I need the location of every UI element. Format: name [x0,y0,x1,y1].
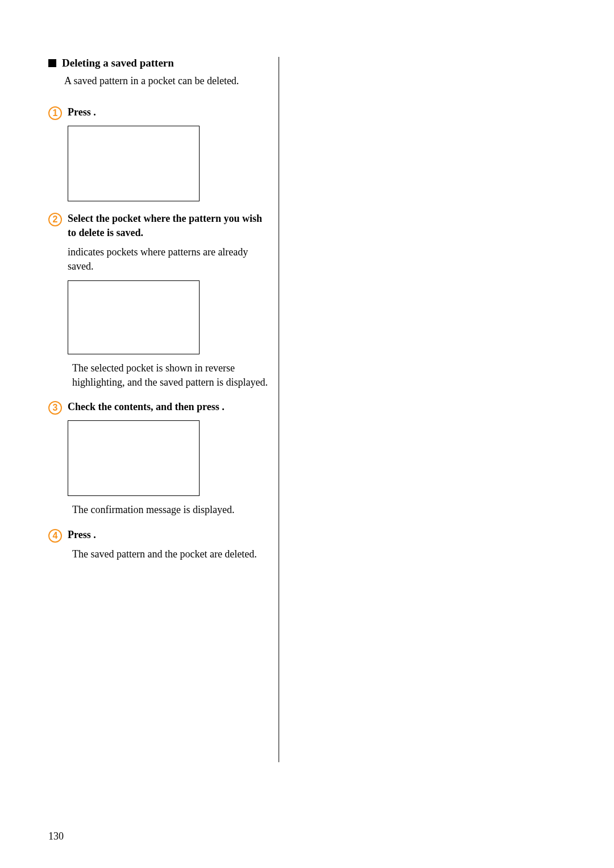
right-column [285,57,574,845]
step-1-content: Press . [68,105,270,119]
step-2-block: 2 Select the pocket where the pattern yo… [48,212,270,390]
content-wrapper: Deleting a saved pattern A saved pattern… [48,57,574,845]
step-3-result-text: The confirmation message is displayed. [72,503,234,517]
step-3-result: The confirmation message is displayed. [68,503,270,517]
step-2-result-text: The selected pocket is shown in reverse … [72,361,270,390]
step-1-title: Press . [68,105,270,119]
step-2-title: Select the pocket where the pattern you … [68,212,270,240]
step-number-1: 1 [53,108,58,118]
step-2-image-placeholder [68,280,200,354]
section-header: Deleting a saved pattern [48,57,270,69]
step-number-3: 3 [53,403,58,413]
step-number-4: 4 [53,531,58,541]
step-3-block: 3 Check the contents, and then press . T… [48,400,270,517]
step-1: 1 Press . [48,105,270,120]
step-2-note: indicates pockets where patterns are alr… [68,245,270,274]
section-description: A saved pattern in a pocket can be delet… [64,74,270,88]
step-4-content: Press . [68,528,270,542]
step-number-badge: 1 [48,106,62,120]
step-2-result: The selected pocket is shown in reverse … [68,361,270,390]
step-3-content: Check the contents, and then press . [68,400,270,414]
left-column: Deleting a saved pattern A saved pattern… [48,57,279,845]
step-4-title: Press . [68,528,270,542]
step-2: 2 Select the pocket where the pattern yo… [48,212,270,240]
step-1-block: 1 Press . [48,105,270,201]
square-bullet-icon [48,59,56,67]
step-4: 4 Press . [48,528,270,543]
step-number-badge: 2 [48,213,62,226]
step-number-badge: 3 [48,401,62,415]
step-2-content: Select the pocket where the pattern you … [68,212,270,240]
step-4-block: 4 Press . The saved pattern and the pock… [48,528,270,561]
page-number: 130 [48,830,64,842]
section-title: Deleting a saved pattern [62,57,174,69]
step-1-image-placeholder [68,126,200,201]
step-4-result-text: The saved pattern and the pocket are del… [72,547,257,561]
column-divider [279,57,279,762]
step-4-result: The saved pattern and the pocket are del… [68,547,270,561]
step-3-image-placeholder [68,420,200,496]
step-number-badge: 4 [48,529,62,543]
step-3: 3 Check the contents, and then press . [48,400,270,415]
step-number-2: 2 [53,214,58,225]
step-3-title: Check the contents, and then press . [68,400,270,414]
